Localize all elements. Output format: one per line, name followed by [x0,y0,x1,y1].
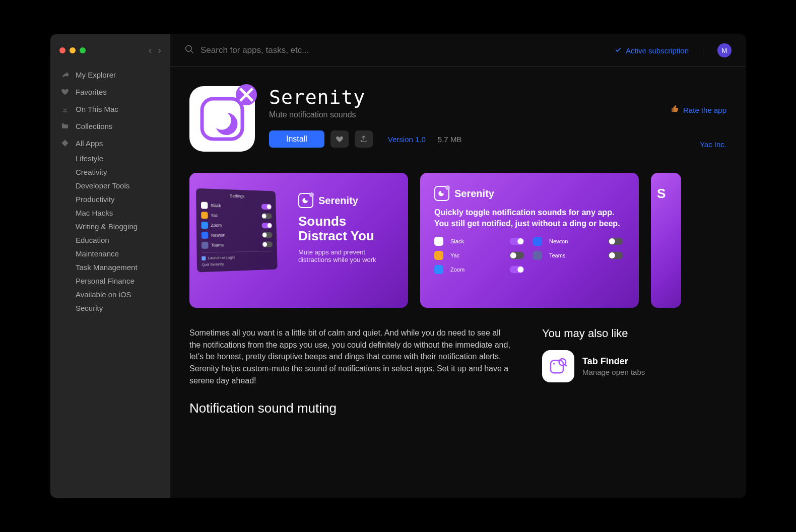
sidebar-category-maintenance[interactable]: Maintenance [50,247,170,260]
app-meta: Serenity Mute notification sounds Instal… [269,86,726,152]
sidebar-category-finance[interactable]: Personal Finance [50,274,170,288]
you-may-also-like: You may also like Tab Finder Manage open… [542,327,703,416]
promo-card-3[interactable]: S [651,173,681,308]
folder-icon [60,121,70,130]
divider [703,45,703,56]
promo-card-1[interactable]: Settings Slack Yac Zoom Newton Teams Lau… [189,173,408,308]
sidebar-category-machacks[interactable]: Mac Hacks [50,206,170,220]
related-app-name: Tab Finder [582,356,645,367]
section-heading: Notification sound muting [189,401,512,416]
promo-card-2[interactable]: Serenity Quickly toggle notification sou… [420,173,639,308]
card-brand: Serenity [298,193,397,208]
nav-forward-button[interactable]: › [158,44,161,56]
vendor-link[interactable]: Yac Inc. [700,140,726,149]
screenshot-cards: Settings Slack Yac Zoom Newton Teams Lau… [189,173,726,308]
sidebar-item-label: Favorites [76,88,107,96]
sidebar-item-favorites[interactable]: Favorites [50,83,170,100]
sidebar-category-devtools[interactable]: Developer Tools [50,179,170,192]
thumbs-up-icon [671,105,679,115]
svg-line-8 [565,365,566,366]
sidebar-item-onthismac[interactable]: On This Mac [50,100,170,117]
app-tagline: Mute notification sounds [269,110,726,119]
fullscreen-window-button[interactable] [80,47,86,53]
sidebar-category-ios[interactable]: Available on iOS [50,288,170,301]
svg-rect-5 [551,360,563,373]
sidebar: ‹ › My Explorer Favorites On This Mac [50,34,170,498]
related-app-icon [542,350,574,382]
moon-icon [298,193,313,208]
sidebar-category-education[interactable]: Education [50,233,170,247]
rate-app-link[interactable]: Rate the app [671,105,726,115]
related-app-item[interactable]: Tab Finder Manage open tabs [542,350,703,382]
app-size: 5,7 MB [438,135,462,144]
check-icon [615,46,622,55]
svg-point-0 [186,46,192,52]
sidebar-item-label: My Explorer [76,71,116,79]
mini-settings-panel: Settings Slack Yac Zoom Newton Teams Lau… [196,188,278,273]
sidebar-category-lifestyle[interactable]: Lifestyle [50,152,170,165]
sidebar-item-collections[interactable]: Collections [50,117,170,135]
download-icon [60,104,70,113]
sidebar-category-creativity[interactable]: Creativity [50,165,170,179]
sidebar-item-label: On This Mac [76,105,118,113]
subscription-status[interactable]: Active subscription [615,46,689,55]
also-heading: You may also like [542,327,703,340]
avatar[interactable]: M [717,43,732,57]
related-app-subtitle: Manage open tabs [582,368,645,376]
card-headline: Sounds Distract You [298,214,397,243]
sidebar-item-label: Collections [76,122,112,130]
app-toggle-grid: Slack Newton Yac Teams Zoom [434,237,625,274]
app-window: ‹ › My Explorer Favorites On This Mac [50,34,746,498]
leaf-icon [60,70,70,79]
svg-line-1 [191,51,193,53]
card-brand: Serenity [434,186,625,201]
diamond-icon [60,139,70,148]
window-controls: ‹ › [50,42,170,66]
sidebar-category-security[interactable]: Security [50,301,170,315]
svg-point-6 [553,363,555,364]
card-description: Quickly toggle notification sounds for a… [434,207,625,229]
moon-icon [434,186,449,201]
share-icon [360,135,368,143]
content: Serenity Mute notification sounds Instal… [170,67,746,498]
app-icon [189,86,255,152]
search-input[interactable] [201,45,607,55]
sidebar-category-taskmanagement[interactable]: Task Management [50,260,170,274]
main-panel: Active subscription M Serenity M [170,34,746,498]
sidebar-item-allapps[interactable]: All Apps [50,135,170,152]
card-subtitle: Mute apps and prevent distractions while… [298,248,397,263]
action-row: Install Version 1.0 5,7 MB [269,130,726,148]
app-header: Serenity Mute notification sounds Instal… [189,86,726,152]
app-title: Serenity [269,86,726,108]
search-wrap [184,44,607,56]
favorite-button[interactable] [330,130,349,148]
sidebar-category-productivity[interactable]: Productivity [50,192,170,206]
close-badge-icon [236,84,257,105]
heart-icon [60,87,70,96]
app-description: Sometimes all you want is a little bit o… [189,327,512,386]
sidebar-category-writing[interactable]: Writing & Blogging [50,220,170,233]
sidebar-item-explorer[interactable]: My Explorer [50,66,170,83]
rate-label: Rate the app [683,106,726,114]
topbar: Active subscription M [170,34,746,67]
sidebar-item-label: All Apps [76,139,103,148]
install-button[interactable]: Install [269,130,324,148]
heart-icon [336,135,344,143]
version-link[interactable]: Version 1.0 [388,135,426,144]
minimize-window-button[interactable] [70,47,76,53]
nav-back-button[interactable]: ‹ [149,44,152,56]
close-window-button[interactable] [59,47,65,53]
subscription-label: Active subscription [626,46,689,55]
below-section: Sometimes all you want is a little bit o… [189,327,726,416]
share-button[interactable] [355,130,373,148]
search-icon [184,44,194,56]
